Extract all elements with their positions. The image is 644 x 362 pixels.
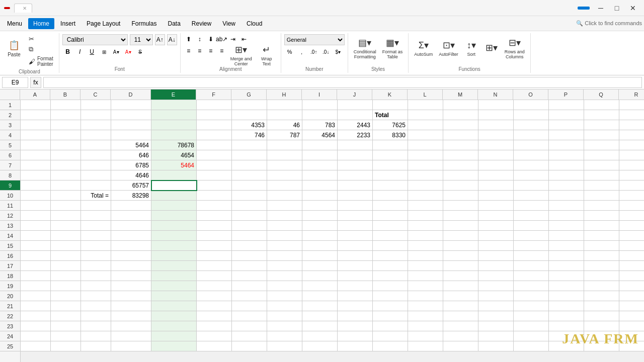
cell-D1[interactable] bbox=[111, 100, 151, 110]
cut-button[interactable]: ✂ bbox=[26, 34, 56, 44]
cell-Q9[interactable] bbox=[584, 180, 619, 191]
cell-K22[interactable] bbox=[373, 311, 408, 321]
cell-P8[interactable] bbox=[549, 170, 584, 180]
cell-C7[interactable] bbox=[81, 160, 111, 170]
cell-K8[interactable] bbox=[373, 170, 408, 180]
cell-J4[interactable]: 2233 bbox=[338, 130, 373, 140]
cell-I22[interactable] bbox=[302, 311, 338, 321]
cell-B14[interactable] bbox=[51, 231, 81, 241]
cell-D15[interactable] bbox=[111, 241, 151, 251]
cell-G10[interactable] bbox=[232, 191, 267, 201]
cell-I16[interactable] bbox=[302, 251, 338, 261]
cell-E18[interactable] bbox=[151, 271, 197, 281]
cell-F14[interactable] bbox=[197, 231, 232, 241]
cell-I25[interactable] bbox=[302, 341, 338, 351]
find-commands[interactable]: 🔍 Click to find commands bbox=[576, 20, 642, 27]
cell-H21[interactable] bbox=[267, 301, 302, 311]
cell-Q18[interactable] bbox=[584, 271, 619, 281]
cell-J14[interactable] bbox=[338, 231, 373, 241]
cell-M20[interactable] bbox=[443, 291, 478, 301]
cell-I17[interactable] bbox=[302, 261, 338, 271]
cell-L14[interactable] bbox=[408, 231, 443, 241]
cell-C13[interactable] bbox=[81, 221, 111, 231]
cell-A13[interactable] bbox=[21, 221, 51, 231]
cell-I5[interactable] bbox=[302, 140, 338, 150]
cell-Q11[interactable] bbox=[584, 201, 619, 211]
cell-O10[interactable] bbox=[514, 191, 549, 201]
cell-E4[interactable] bbox=[151, 130, 197, 140]
cell-K13[interactable] bbox=[373, 221, 408, 231]
cell-P15[interactable] bbox=[549, 241, 584, 251]
cell-J3[interactable]: 2443 bbox=[338, 120, 373, 130]
cell-F5[interactable] bbox=[197, 140, 232, 150]
cell-H4[interactable]: 787 bbox=[267, 130, 302, 140]
cell-L11[interactable] bbox=[408, 201, 443, 211]
row-header-7[interactable]: 7 bbox=[0, 160, 20, 170]
cell-K18[interactable] bbox=[373, 271, 408, 281]
cell-B9[interactable] bbox=[51, 180, 81, 191]
menu-item-home[interactable]: Home bbox=[28, 18, 54, 29]
cell-M6[interactable] bbox=[443, 150, 478, 160]
cell-J18[interactable] bbox=[338, 271, 373, 281]
cell-P10[interactable] bbox=[549, 191, 584, 201]
cell-K15[interactable] bbox=[373, 241, 408, 251]
cell-L5[interactable] bbox=[408, 140, 443, 150]
cell-H5[interactable] bbox=[267, 140, 302, 150]
cell-N7[interactable] bbox=[478, 160, 514, 170]
cell-N2[interactable] bbox=[478, 110, 514, 120]
cell-I6[interactable] bbox=[302, 150, 338, 160]
cell-P21[interactable] bbox=[549, 301, 584, 311]
cell-B1[interactable] bbox=[51, 100, 81, 110]
cell-N11[interactable] bbox=[478, 201, 514, 211]
cell-O8[interactable] bbox=[514, 170, 549, 180]
cell-N25[interactable] bbox=[478, 341, 514, 351]
cell-O22[interactable] bbox=[514, 311, 549, 321]
col-header-l[interactable]: L bbox=[408, 89, 443, 100]
menu-item-menu[interactable]: Menu bbox=[2, 18, 27, 29]
increase-font-size[interactable]: A↑ bbox=[155, 34, 165, 45]
cell-Q7[interactable] bbox=[584, 160, 619, 170]
cell-L8[interactable] bbox=[408, 170, 443, 180]
cell-I7[interactable] bbox=[302, 160, 338, 170]
cell-G23[interactable] bbox=[232, 321, 267, 331]
cell-L6[interactable] bbox=[408, 150, 443, 160]
wrap-text-button[interactable]: ↵ Wrap Text bbox=[256, 46, 278, 65]
cell-D25[interactable] bbox=[111, 341, 151, 351]
cell-H16[interactable] bbox=[267, 251, 302, 261]
cell-Q6[interactable] bbox=[584, 150, 619, 160]
maximize-button[interactable]: □ bbox=[610, 3, 624, 14]
col-header-d[interactable]: D bbox=[111, 89, 151, 100]
align-bottom-button[interactable]: ⬇ bbox=[206, 34, 216, 44]
cell-P3[interactable] bbox=[549, 120, 584, 130]
cell-O20[interactable] bbox=[514, 291, 549, 301]
cell-M4[interactable] bbox=[443, 130, 478, 140]
cell-H18[interactable] bbox=[267, 271, 302, 281]
cell-G22[interactable] bbox=[232, 311, 267, 321]
rows-cols-button[interactable]: ⊟▾ Rows and Columns bbox=[502, 34, 527, 62]
font-size-select[interactable]: 11 bbox=[130, 34, 153, 45]
cell-R23[interactable] bbox=[619, 321, 644, 331]
cell-O7[interactable] bbox=[514, 160, 549, 170]
cell-Q16[interactable] bbox=[584, 251, 619, 261]
cell-E24[interactable] bbox=[151, 331, 197, 341]
cell-F20[interactable] bbox=[197, 291, 232, 301]
cell-N22[interactable] bbox=[478, 311, 514, 321]
cell-M18[interactable] bbox=[443, 271, 478, 281]
cell-G20[interactable] bbox=[232, 291, 267, 301]
cell-P1[interactable] bbox=[549, 100, 584, 110]
cell-I3[interactable]: 783 bbox=[302, 120, 338, 130]
cell-Q2[interactable] bbox=[584, 110, 619, 120]
cell-H7[interactable] bbox=[267, 160, 302, 170]
cell-H15[interactable] bbox=[267, 241, 302, 251]
cell-H23[interactable] bbox=[267, 321, 302, 331]
cell-K1[interactable] bbox=[373, 100, 408, 110]
cell-N16[interactable] bbox=[478, 251, 514, 261]
col-header-q[interactable]: Q bbox=[584, 89, 619, 100]
cell-O24[interactable] bbox=[514, 331, 549, 341]
cell-P11[interactable] bbox=[549, 201, 584, 211]
cell-L3[interactable] bbox=[408, 120, 443, 130]
cell-R20[interactable] bbox=[619, 291, 644, 301]
number-format-select[interactable]: General bbox=[284, 34, 345, 45]
cell-K16[interactable] bbox=[373, 251, 408, 261]
cell-A4[interactable] bbox=[21, 130, 51, 140]
